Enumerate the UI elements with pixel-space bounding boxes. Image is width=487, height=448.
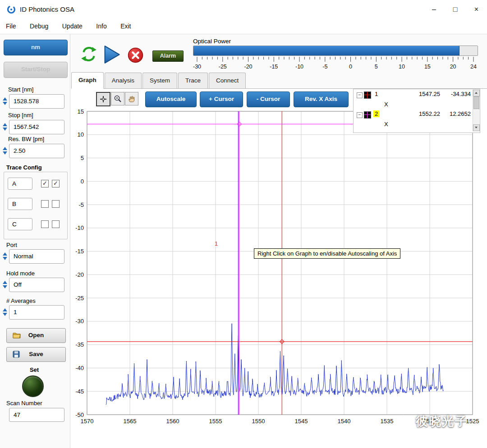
app-window: ID Photonics OSA – □ × File Debug Update… [0,0,487,448]
trace-b-checkbox-2[interactable] [52,200,60,208]
trace-b-checkbox-1[interactable] [41,200,49,208]
svg-text:-5: -5 [78,201,84,208]
port-selector-stepper[interactable] [3,252,8,260]
start-wavelength-field[interactable]: 1528.578 [9,94,64,109]
svg-text:5: 5 [81,155,84,161]
svg-text:1545: 1545 [295,418,308,425]
menu-update[interactable]: Update [56,19,88,33]
tab-connect[interactable]: Connect [209,73,246,88]
alarm-button[interactable]: Alarm [152,50,184,62]
svg-text:0: 0 [81,178,84,185]
svg-text:-35: -35 [75,341,84,348]
maximize-button[interactable]: □ [445,0,466,19]
trace-a-name-field[interactable]: A [8,178,32,190]
trace-c-checkbox-1[interactable] [41,220,49,228]
scroll-down-icon[interactable] [473,124,480,131]
cursor1-axis-label[interactable]: X [384,101,388,108]
menu-info[interactable]: Info [90,19,112,33]
cursor2-axis-label[interactable]: X [384,121,388,128]
crosshair-icon [99,95,107,103]
start-stop-button[interactable]: Start/Stop [4,62,68,78]
graph-tool-palette [96,92,139,106]
remove-cursor-button[interactable]: - Cursor [247,91,290,107]
magnifier-icon [114,95,122,103]
scrollbar-thumb[interactable] [473,96,479,109]
port-label: Port [6,242,17,248]
svg-text:-50: -50 [75,411,84,418]
window-title: ID Photonics OSA [20,0,74,19]
cursor1-y-value: -34.334 [443,91,471,97]
add-cursor-button[interactable]: + Cursor [200,91,243,107]
svg-text:1540: 1540 [338,418,351,425]
port-selector[interactable]: Normal [9,249,64,264]
spectrum-plot[interactable]: 1570156515601555155015451540153515301525… [72,108,487,448]
set-led-button[interactable] [22,375,44,397]
averages-field[interactable]: 1 [9,305,64,320]
averages-stepper[interactable] [3,308,8,316]
svg-text:15: 15 [78,108,84,115]
menu-debug[interactable]: Debug [24,19,54,33]
svg-text:1555: 1555 [209,418,222,425]
minimize-button[interactable]: – [423,0,445,19]
pan-tool-button[interactable] [125,92,138,105]
cursor2-tree-toggle[interactable] [357,112,363,118]
tab-analysis[interactable]: Analysis [105,73,142,88]
svg-text:1570: 1570 [81,418,94,425]
optical-power-label: Optical Power [193,38,231,45]
cursor2-swatch-icon[interactable] [364,111,371,119]
cursor1-id[interactable]: 1 [373,91,379,97]
trace-b-name-field[interactable]: B [8,198,32,210]
hold-mode-stepper[interactable] [3,281,8,288]
start-wavelength-stepper[interactable] [3,97,8,105]
trace-c-name-field[interactable]: C [8,218,32,230]
cursor1-tree-toggle[interactable] [357,92,363,98]
stop-button[interactable] [128,47,143,63]
cursor2-id[interactable]: 2 [373,110,379,117]
graph-tooltip: Right Click on Graph to en/disable Autos… [254,248,400,259]
autoscale-button[interactable]: Autoscale [145,91,197,107]
hold-mode-selector[interactable]: Off [9,278,64,292]
open-button[interactable]: Open [6,328,66,343]
cursor1-swatch-icon[interactable] [364,91,371,99]
stop-wavelength-stepper[interactable] [3,123,8,131]
menu-exit[interactable]: Exit [115,19,137,33]
save-button[interactable]: Save [6,347,66,362]
trace-c-checkbox-2[interactable] [52,220,60,228]
averages-label: # Averages [6,297,36,304]
svg-text:5: 5 [375,64,378,70]
scan-number-label: Scan Number [6,400,42,407]
menu-file[interactable]: File [0,19,22,33]
res-bw-field[interactable]: 2.50 [9,144,64,158]
svg-text:1560: 1560 [166,418,179,425]
trace-config-label: Trace Config [6,164,42,171]
svg-text:-30: -30 [193,64,201,70]
trace-a-checkbox-1[interactable]: ✓ [41,180,49,187]
stop-wavelength-label: Stop [nm] [8,112,33,119]
reverse-x-axis-button[interactable]: Rev. X Axis [294,91,349,107]
svg-text:1: 1 [215,240,218,247]
svg-text:-25: -25 [219,64,227,70]
refresh-icon[interactable] [80,45,97,63]
svg-text:0: 0 [349,64,352,70]
svg-text:-20: -20 [75,271,84,278]
close-button[interactable]: × [466,0,487,19]
play-button[interactable] [103,45,121,64]
tab-graph[interactable]: Graph [71,72,104,89]
svg-text:-25: -25 [75,295,84,302]
scan-number-field[interactable]: 47 [9,408,64,422]
res-bw-label: Res. BW [pm] [8,136,44,142]
legend-scrollbar[interactable] [473,90,479,131]
svg-text:10: 10 [78,131,84,138]
tab-system[interactable]: System [142,73,177,88]
res-bw-stepper[interactable] [3,147,8,155]
tab-trace[interactable]: Trace [178,73,208,88]
folder-icon [13,332,21,338]
trace-a-checkbox-2[interactable]: ✓ [52,180,60,187]
menu-bar: File Debug Update Info Exit [0,19,487,34]
zoom-tool-button[interactable] [111,92,124,105]
nm-units-button[interactable]: nm [4,40,68,55]
cursor-tool-button[interactable] [96,92,110,106]
cursor1-x-value: 1547.25 [412,91,440,97]
scroll-up-icon[interactable] [473,90,480,96]
stop-wavelength-field[interactable]: 1567.542 [9,120,64,134]
